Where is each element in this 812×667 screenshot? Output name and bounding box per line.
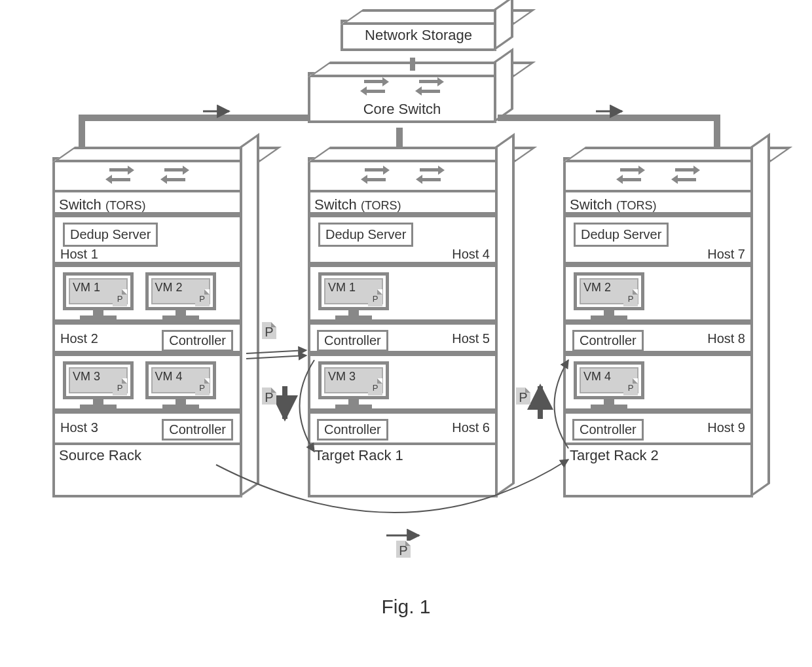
dedup-server-box: Dedup Server	[63, 223, 158, 247]
vm-monitor-icon: VM 2 P	[145, 272, 216, 319]
rack-name-label: Source Rack	[55, 445, 240, 467]
source-rack: Switch (TORS) Dedup Server Host 1 VM 1 P…	[52, 157, 242, 497]
dedup-server-box: Dedup Server	[318, 223, 413, 247]
p-file-icon: P	[195, 289, 210, 306]
controller-box: Controller	[317, 330, 388, 352]
host-label: Host 4	[452, 247, 490, 262]
switch-arrows-icon	[160, 166, 189, 184]
controller-box: Controller	[317, 419, 388, 441]
tors-label: (TORS)	[616, 199, 657, 212]
vm-monitor-icon: VM 4 P	[145, 361, 216, 408]
p-file-icon: P	[262, 322, 276, 339]
vm-monitor-icon: VM 3 P	[318, 361, 389, 408]
p-file-icon: P	[195, 378, 210, 395]
p-file-icon: P	[262, 388, 276, 405]
rack-name-label: Target Rack 2	[566, 445, 750, 467]
tors-label: (TORS)	[105, 199, 146, 212]
controller-box: Controller	[162, 330, 233, 352]
core-switch-box: Core Switch	[308, 72, 496, 123]
p-file-icon: P	[623, 378, 638, 395]
switch-arrows-icon	[360, 77, 389, 96]
target-rack-2: Switch (TORS) Dedup Server Host 7 VM 2 P…	[563, 157, 753, 497]
vm-monitor-icon: VM 1 P	[63, 272, 134, 319]
switch-label: Switch	[570, 196, 612, 213]
rack-name-label: Target Rack 1	[310, 445, 495, 467]
tors-label: (TORS)	[361, 199, 401, 212]
host-label: Host 3	[60, 420, 98, 435]
core-switch-label: Core Switch	[310, 101, 494, 118]
host-label: Host 8	[707, 331, 745, 346]
dedup-server-box: Dedup Server	[574, 223, 669, 247]
p-file-icon: P	[396, 541, 411, 558]
switch-arrows-icon	[616, 166, 645, 184]
vm-monitor-icon: VM 3 P	[63, 361, 134, 408]
host-label: Host 1	[60, 247, 98, 262]
controller-box: Controller	[162, 419, 233, 441]
p-file-icon: P	[368, 378, 382, 395]
tors-switch-arrows	[566, 160, 750, 192]
network-migration-diagram: Network Storage Core Switch Switch (TORS…	[20, 20, 792, 635]
switch-arrows-icon	[416, 166, 445, 184]
network-storage-label: Network Storage	[365, 27, 472, 43]
switch-label: Switch	[59, 196, 101, 213]
switch-arrows-icon	[671, 166, 700, 184]
tors-switch-arrows	[55, 160, 240, 192]
host-label: Host 5	[452, 331, 490, 346]
host-label: Host 7	[707, 247, 745, 262]
p-file-icon: P	[113, 289, 127, 306]
vm-monitor-icon: VM 1 P	[318, 272, 389, 319]
switch-arrows-icon	[361, 166, 390, 184]
p-file-icon: P	[113, 378, 127, 395]
host-label: Host 6	[452, 420, 490, 435]
network-storage-box: Network Storage	[341, 20, 496, 51]
switch-arrows-icon	[415, 77, 444, 96]
switch-arrows-icon	[105, 166, 134, 184]
host-label: Host 9	[707, 420, 745, 435]
figure-caption: Fig. 1	[20, 596, 792, 618]
switch-label: Switch	[314, 196, 357, 213]
host-label: Host 2	[60, 331, 98, 346]
p-file-icon: P	[516, 388, 530, 405]
controller-box: Controller	[572, 330, 644, 352]
controller-box: Controller	[572, 419, 644, 441]
p-file-icon: P	[368, 289, 382, 306]
vm-monitor-icon: VM 2 P	[574, 272, 644, 319]
tors-switch-arrows	[310, 160, 495, 192]
p-file-icon: P	[623, 289, 638, 306]
target-rack-1: Switch (TORS) Dedup Server Host 4 VM 1 P…	[308, 157, 498, 497]
vm-monitor-icon: VM 4 P	[574, 361, 644, 408]
